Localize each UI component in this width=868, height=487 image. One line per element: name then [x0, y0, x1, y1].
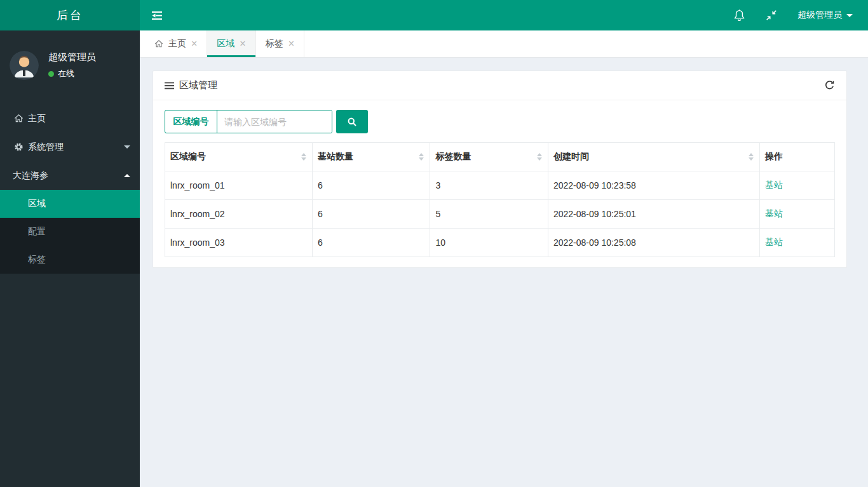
- panel-collapse-icon[interactable]: [165, 82, 174, 90]
- search-toolbar: 区域编号: [165, 110, 835, 133]
- cell-stations: 6: [312, 229, 430, 257]
- close-icon[interactable]: ×: [240, 39, 245, 49]
- cell-tags: 5: [430, 200, 548, 229]
- page-title: 区域管理: [179, 79, 217, 91]
- search-input-group: 区域编号: [165, 110, 332, 133]
- user-dropdown-label: 超级管理员: [797, 10, 842, 21]
- sidebar-user-status: 在线: [58, 68, 74, 79]
- notifications-button[interactable]: [733, 9, 745, 22]
- gear-icon: [14, 142, 28, 152]
- close-icon[interactable]: ×: [191, 39, 197, 49]
- bell-icon: [733, 9, 745, 22]
- chevron-up-icon: [124, 174, 130, 177]
- sidebar-toggle-button[interactable]: [140, 0, 174, 30]
- sort-icon: [749, 153, 754, 161]
- search-button[interactable]: [336, 110, 368, 133]
- sidebar-item-home[interactable]: 主页: [0, 104, 140, 133]
- app-logo[interactable]: 后台: [0, 0, 140, 30]
- table-header-row: 区域编号 基站数量 标签数量: [165, 143, 835, 171]
- cell-region: lnrx_room_01: [165, 171, 313, 200]
- column-header-stations[interactable]: 基站数量: [312, 143, 430, 171]
- sidebar-item-label: 系统管理: [28, 142, 64, 153]
- column-header-tags[interactable]: 标签数量: [430, 143, 548, 171]
- topbar-right-group: 超级管理员: [733, 0, 868, 30]
- sidebar: 超级管理员 在线 主页: [0, 30, 140, 487]
- base-station-link[interactable]: 基站: [765, 180, 783, 190]
- region-management-panel: 区域管理: [153, 70, 847, 268]
- sidebar-item-label: 主页: [28, 113, 46, 124]
- sidebar-subitem-label: 区域: [28, 198, 46, 210]
- cell-tags: 3: [430, 171, 548, 200]
- cell-region: lnrx_room_02: [165, 200, 313, 229]
- page-container: 区域管理: [140, 58, 868, 268]
- cell-region: lnrx_room_03: [165, 229, 313, 257]
- avatar: [10, 51, 39, 80]
- panel-header: 区域管理: [153, 71, 846, 100]
- tab-label: 标签: [266, 38, 283, 50]
- table-row: lnrx_room_03 6 10 2022-08-09 10:25:08 基站: [165, 229, 835, 257]
- sidebar-toggle-icon: [151, 11, 163, 20]
- region-code-input[interactable]: [217, 110, 332, 133]
- column-header-created[interactable]: 创建时间: [548, 143, 759, 171]
- tab-home[interactable]: 主页 ×: [145, 30, 207, 57]
- tab-label: 区域: [217, 38, 234, 50]
- refresh-button[interactable]: [822, 77, 837, 93]
- sidebar-menu: 主页 系统管理 大连海参: [0, 104, 140, 274]
- sidebar-item-config[interactable]: 配置: [0, 218, 140, 246]
- app-window: 后台: [0, 0, 868, 487]
- search-icon: [347, 117, 357, 127]
- fullscreen-toggle-button[interactable]: [766, 10, 777, 21]
- base-station-link[interactable]: 基站: [765, 208, 783, 218]
- home-icon: [154, 39, 163, 48]
- base-station-link[interactable]: 基站: [765, 237, 783, 247]
- cell-stations: 6: [312, 200, 430, 229]
- tab-region[interactable]: 区域 ×: [207, 30, 255, 57]
- sidebar-item-label: 大连海参: [13, 170, 48, 182]
- table-row: lnrx_room_02 6 5 2022-08-09 10:25:01 基站: [165, 200, 835, 229]
- chevron-down-icon: [124, 145, 130, 149]
- panel-body: 区域编号: [153, 100, 846, 267]
- cell-stations: 6: [312, 171, 430, 200]
- main-content: 主页 × 区域 × 标签 ×: [140, 30, 868, 487]
- tab-bar: 主页 × 区域 × 标签 ×: [140, 30, 868, 58]
- region-table: 区域编号 基站数量 标签数量: [165, 142, 835, 257]
- refresh-icon: [824, 80, 835, 91]
- sidebar-submenu: 区域 配置 标签: [0, 190, 140, 274]
- home-icon: [14, 114, 28, 123]
- cell-created: 2022-08-09 10:25:08: [548, 229, 759, 257]
- search-field-label: 区域编号: [165, 110, 217, 133]
- sidebar-item-dalian[interactable]: 大连海参: [0, 161, 140, 190]
- sort-icon: [301, 153, 306, 161]
- cell-created: 2022-08-09 10:23:58: [548, 171, 759, 200]
- sidebar-item-system[interactable]: 系统管理: [0, 133, 140, 161]
- sidebar-subitem-label: 配置: [28, 226, 46, 237]
- sidebar-user-panel: 超级管理员 在线: [0, 30, 140, 95]
- sidebar-item-region[interactable]: 区域: [0, 190, 140, 218]
- chevron-down-icon: [846, 14, 853, 17]
- sort-icon: [419, 153, 424, 161]
- sidebar-item-tag[interactable]: 标签: [0, 246, 140, 274]
- sidebar-user-name: 超级管理员: [48, 51, 96, 63]
- user-dropdown[interactable]: 超级管理员: [797, 10, 853, 21]
- cell-created: 2022-08-09 10:25:01: [548, 200, 759, 229]
- column-header-actions: 操作: [759, 143, 834, 171]
- close-icon[interactable]: ×: [288, 39, 294, 49]
- sidebar-subitem-label: 标签: [28, 254, 46, 265]
- online-status-icon: [48, 71, 54, 77]
- top-bar: 后台: [0, 0, 868, 30]
- table-row: lnrx_room_01 6 3 2022-08-09 10:23:58 基站: [165, 171, 835, 200]
- sort-icon: [537, 153, 542, 161]
- tab-tag[interactable]: 标签 ×: [256, 30, 304, 57]
- compress-icon: [766, 10, 777, 21]
- column-header-region[interactable]: 区域编号: [165, 143, 313, 171]
- cell-tags: 10: [430, 229, 548, 257]
- tab-label: 主页: [168, 38, 186, 50]
